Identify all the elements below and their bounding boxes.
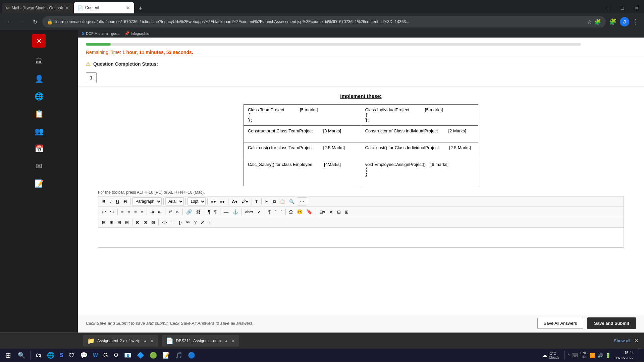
delete-row-button[interactable]: ⊠: [134, 218, 141, 226]
pilcrow-button[interactable]: ¶: [267, 208, 273, 216]
address-bar[interactable]: 🔒 learn.senecacollege.ca/ultra/courses/_…: [42, 16, 606, 27]
unordered-list-button[interactable]: ≡▾: [209, 197, 218, 205]
start-button[interactable]: ⊞: [3, 350, 14, 361]
bold-button[interactable]: B: [100, 197, 107, 205]
cut-button[interactable]: ✂: [263, 197, 270, 205]
taskbar-edge[interactable]: 🌐: [45, 350, 56, 360]
rtl-paragraph-button[interactable]: ¶: [213, 208, 219, 216]
sidebar-icon-institution[interactable]: 🏛: [32, 54, 46, 69]
close-quote-button[interactable]: ": [279, 208, 284, 216]
taskbar-vs[interactable]: 🔷: [135, 350, 146, 360]
editor-area[interactable]: [98, 228, 624, 248]
extensions-btn[interactable]: 🧩: [594, 19, 601, 25]
search-taskbar-button[interactable]: 🔍: [15, 350, 28, 360]
link-button[interactable]: 🔗: [184, 208, 194, 216]
checkmark-button[interactable]: ✓: [256, 208, 263, 216]
taskbar-outlook[interactable]: 📧: [122, 350, 133, 360]
taskbar-notepad[interactable]: 📝: [160, 350, 172, 360]
superscript-button[interactable]: x²: [167, 208, 173, 216]
new-tab-button[interactable]: +: [136, 4, 146, 13]
systray-hidden[interactable]: ^: [568, 353, 570, 358]
systray-wifi[interactable]: 📶: [590, 353, 595, 358]
taskbar-chrome[interactable]: G: [101, 351, 110, 360]
insert-row-after-button[interactable]: ⊞: [108, 218, 115, 226]
sidebar-icon-calendar[interactable]: 📅: [32, 141, 46, 156]
minimize-button[interactable]: －: [600, 3, 616, 13]
insert-row-before-button[interactable]: ⊞: [100, 218, 107, 226]
paragraph-mark-button[interactable]: ¶: [206, 208, 212, 216]
delete-col-button[interactable]: ⊠: [142, 218, 149, 226]
tab-content-close[interactable]: ✕: [126, 5, 130, 10]
ordered-list-button[interactable]: ≡▾: [218, 197, 227, 205]
systray-battery[interactable]: 🔋: [605, 353, 611, 358]
maximize-button[interactable]: □: [616, 3, 629, 13]
taskbar-word[interactable]: W: [91, 351, 100, 360]
indent-less-button[interactable]: ⇤: [156, 208, 163, 216]
delete-table-2-button[interactable]: ⊠: [150, 218, 157, 226]
paste-button[interactable]: 📋: [278, 197, 287, 205]
t-braces-button[interactable]: {}: [177, 218, 183, 226]
omega-button[interactable]: Ω: [287, 208, 294, 216]
align-right-button[interactable]: ≡: [132, 208, 139, 216]
taskbar-settings[interactable]: ⚙: [111, 350, 121, 360]
download-item-1[interactable]: 📁 Assignment-2-akjfsw.zip ▲ ✕: [83, 335, 158, 347]
taskbar-git[interactable]: 🟢: [148, 350, 159, 360]
sidebar-icon-globe[interactable]: 🌐: [32, 89, 46, 104]
taskbar-spotify[interactable]: 🎵: [173, 350, 184, 360]
font-family-select[interactable]: Arial: [165, 197, 184, 205]
bookmark-toolbar-button[interactable]: 🔖: [305, 208, 314, 216]
bookmark-dcf[interactable]: S DCF Midterm - goo...: [82, 31, 120, 36]
back-button[interactable]: ←: [4, 16, 15, 27]
paragraph-style-select[interactable]: Paragraph: [132, 197, 162, 205]
sidebar-close-button[interactable]: ✕: [32, 34, 46, 48]
fullscreen-button[interactable]: ⤢: [199, 218, 206, 226]
clear-format-button[interactable]: T: [254, 197, 260, 205]
hr-button[interactable]: —: [222, 208, 230, 216]
subscript-button[interactable]: x₂: [174, 208, 181, 216]
align-justify-button[interactable]: ≡: [139, 208, 145, 216]
emoji-button[interactable]: 😊: [295, 208, 304, 216]
copy-button[interactable]: ⧉: [271, 197, 277, 205]
sidebar-icon-mail[interactable]: ✉: [32, 159, 46, 174]
sidebar-icon-group[interactable]: 👥: [32, 124, 46, 139]
sidebar-icon-user[interactable]: 👤: [32, 72, 46, 86]
undo-button[interactable]: ↩: [100, 208, 108, 216]
download-item-2[interactable]: 📄 DBS311_Assignm....docx ▲ ✕: [162, 335, 239, 347]
insert-table-button[interactable]: ⊞▾: [318, 208, 327, 216]
italic-button[interactable]: I: [108, 197, 113, 205]
forward-button[interactable]: →: [17, 16, 28, 27]
align-left-button[interactable]: ≡: [119, 208, 125, 216]
highlight-button[interactable]: 🖍▾: [240, 197, 250, 205]
font-size-select[interactable]: 10pt: [187, 197, 206, 205]
anchor-button[interactable]: ⚓: [231, 208, 240, 216]
strikethrough-button[interactable]: S: [122, 197, 129, 205]
underline-button[interactable]: U: [114, 197, 121, 205]
table-extra-button[interactable]: ⊟: [335, 208, 342, 216]
more-options-button[interactable]: ⋯: [297, 197, 307, 205]
show-desktop-button[interactable]: [638, 349, 641, 362]
download-bar-close[interactable]: ✕: [634, 338, 639, 344]
insert-col-after-button[interactable]: ⊞: [123, 218, 130, 226]
bookmark-star[interactable]: ☆: [587, 19, 592, 25]
taskbar-seneca[interactable]: S: [58, 351, 65, 360]
sidebar-icon-edit[interactable]: 📝: [32, 176, 46, 191]
taskbar-app2[interactable]: 🔵: [186, 350, 197, 360]
save-all-answers-button[interactable]: Save All Answers: [537, 318, 584, 329]
add-content-button[interactable]: +: [207, 218, 213, 226]
taskbar-clock[interactable]: 15:44 09-12-2022: [612, 350, 636, 361]
font-color-button[interactable]: A▾: [230, 197, 239, 205]
download-close-icon-2[interactable]: ✕: [231, 338, 235, 344]
close-window-button[interactable]: ✕: [629, 3, 644, 13]
save-submit-button[interactable]: Save and Submit: [587, 317, 636, 329]
taskbar-file-explorer[interactable]: 🗂: [34, 351, 44, 360]
profile-button[interactable]: J: [620, 17, 629, 26]
tab-content[interactable]: 📄 Content ✕: [74, 2, 134, 13]
redo-button[interactable]: ↪: [108, 208, 116, 216]
search-toolbar-button[interactable]: 🔍: [287, 197, 296, 205]
extensions-button[interactable]: 🧩: [608, 17, 618, 27]
systray-keyboard[interactable]: ⌨: [572, 353, 578, 358]
systray-volume[interactable]: 🔊: [597, 353, 603, 358]
show-all-link[interactable]: Show all: [614, 338, 630, 343]
unlink-button[interactable]: ⛓: [194, 208, 202, 216]
delete-table-button[interactable]: ✕: [328, 208, 335, 216]
